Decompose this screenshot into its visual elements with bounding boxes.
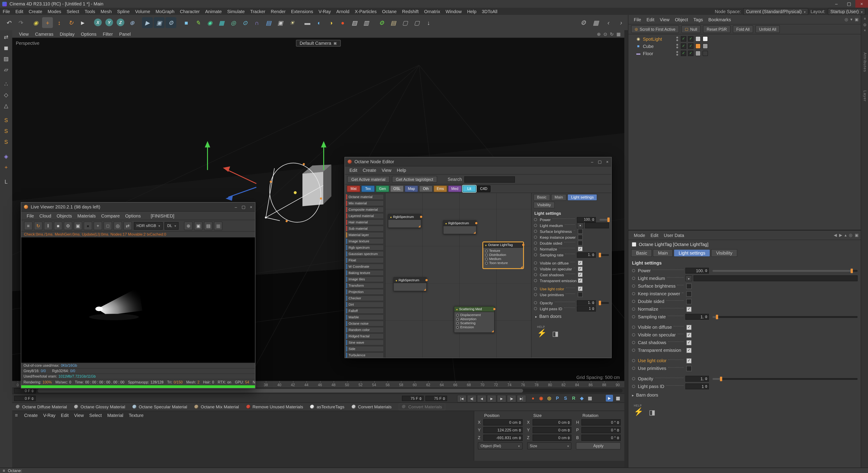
material-menu-item[interactable]: Edit bbox=[58, 413, 71, 418]
play-button[interactable]: ▶ bbox=[487, 395, 496, 403]
content-browser-icon[interactable]: ▤ bbox=[388, 17, 399, 28]
menu-item[interactable]: Tools bbox=[82, 9, 98, 14]
menu-item[interactable]: Ornatrix bbox=[421, 9, 443, 14]
search-icon[interactable]: ◎ bbox=[849, 233, 852, 237]
animation-dot[interactable] bbox=[534, 241, 537, 245]
solo-icon[interactable]: ► bbox=[606, 395, 613, 402]
get-active-material-button[interactable]: Get Active material bbox=[347, 176, 390, 183]
dock-tab[interactable]: Layer bbox=[863, 90, 867, 102]
next-frame-button[interactable]: ▶ bbox=[497, 395, 506, 403]
object-tag[interactable] bbox=[695, 36, 701, 41]
object-name[interactable]: Cube bbox=[643, 43, 675, 49]
checkbox[interactable] bbox=[578, 278, 583, 283]
node-graph-canvas[interactable]: RgbSpectrumRgbSpectrumOctane LightTagTex… bbox=[385, 193, 531, 358]
render-check[interactable] bbox=[688, 36, 693, 41]
slider-knob[interactable] bbox=[608, 217, 610, 222]
checkbox[interactable] bbox=[578, 272, 583, 277]
attr-menu-item[interactable]: Edit bbox=[648, 233, 661, 238]
camera-icon[interactable]: ▣ bbox=[275, 17, 286, 28]
record-pla-icon[interactable]: ▦ bbox=[586, 395, 594, 402]
coordinate-field[interactable]: -691.831 cm bbox=[483, 435, 522, 441]
menu-item[interactable]: Octane bbox=[379, 9, 399, 14]
coordinate-field[interactable]: 0 ° bbox=[582, 427, 621, 433]
stage-icon[interactable]: ▥ bbox=[361, 17, 372, 28]
animation-dot[interactable] bbox=[632, 285, 635, 288]
undo-icon[interactable]: ↶ bbox=[3, 17, 14, 28]
zoom-view-icon[interactable]: ⊙ bbox=[603, 31, 608, 36]
autokeying-icon[interactable]: ◉ bbox=[537, 395, 545, 402]
lv-menu-icon[interactable]: ≡ bbox=[24, 221, 33, 230]
viewport-menu-item[interactable]: Display bbox=[57, 31, 78, 36]
search-input[interactable] bbox=[464, 176, 515, 182]
checkbox[interactable] bbox=[578, 246, 583, 252]
animation-dot[interactable] bbox=[632, 300, 635, 303]
value-field[interactable]: 100. bbox=[577, 217, 596, 222]
attribute-tab[interactable]: Light settings bbox=[567, 194, 597, 201]
node-type-item[interactable]: Gaussian spectrum bbox=[346, 251, 384, 257]
node-type-item[interactable]: Projection bbox=[346, 289, 384, 295]
slider[interactable] bbox=[712, 378, 858, 380]
prev-key-button[interactable]: ◀| bbox=[467, 395, 476, 403]
node-type-item[interactable]: Image texture bbox=[346, 238, 384, 244]
node-output-pin[interactable] bbox=[522, 244, 524, 246]
viewport-name-label[interactable]: Perspective bbox=[16, 41, 39, 46]
compositing-icon[interactable]: ▨ bbox=[349, 17, 360, 28]
apply-button[interactable]: Apply bbox=[576, 442, 621, 449]
node-category-tab[interactable]: Ems bbox=[434, 185, 447, 192]
last-tool-icon[interactable]: ► bbox=[77, 17, 88, 28]
animation-dot[interactable] bbox=[534, 273, 537, 276]
menu-item[interactable]: Window bbox=[443, 9, 464, 14]
animation-dot[interactable] bbox=[632, 326, 635, 329]
lv-menu-item[interactable]: Objects bbox=[54, 213, 75, 218]
slider-knob[interactable] bbox=[850, 268, 853, 273]
render-picture-viewer-icon[interactable]: ▣ bbox=[154, 17, 164, 28]
object-rel-select[interactable]: Object (Rel) bbox=[478, 442, 522, 449]
object-row[interactable]: ■ Cube bbox=[628, 42, 861, 50]
close-button[interactable]: × bbox=[855, 0, 868, 8]
node-rgbspectrum[interactable]: RgbSpectrum bbox=[388, 214, 421, 228]
window-titlebar[interactable]: Live Viewer 2020.2.1 (98 days left) – ▢ … bbox=[21, 203, 255, 212]
collapse-arrow-icon[interactable] bbox=[632, 392, 634, 397]
node-resize-handle[interactable] bbox=[521, 265, 523, 268]
animation-dot[interactable] bbox=[632, 385, 635, 388]
keyframe-selection-icon[interactable]: ◎ bbox=[546, 395, 553, 402]
convert-materials-disabled-button[interactable]: Convert Materials bbox=[399, 403, 445, 410]
model-mode-icon[interactable]: ◼ bbox=[1, 43, 11, 53]
coordinate-field[interactable]: 0 cm bbox=[532, 419, 571, 425]
om-menu-item[interactable]: Object bbox=[672, 17, 691, 22]
node-type-item[interactable]: Rgb spectrum bbox=[346, 245, 384, 250]
lock-resolution-icon[interactable]: ▣ bbox=[74, 221, 82, 230]
asset-download-icon[interactable]: ↓ bbox=[423, 17, 434, 28]
layout-switch-icon[interactable]: ▦ bbox=[590, 17, 601, 28]
barn-doors-group[interactable]: Barn doors bbox=[532, 312, 611, 321]
camera-label[interactable]: Default Camera▣ bbox=[296, 40, 340, 47]
object-row[interactable]: ▬ Floor bbox=[628, 50, 861, 57]
menu-item[interactable]: Volume bbox=[132, 9, 153, 14]
node-input-pin[interactable]: Scattering bbox=[456, 321, 492, 325]
menu-item[interactable]: Simulate bbox=[224, 9, 248, 14]
remove-unused-materials-button[interactable]: Remove Unused Materials bbox=[246, 404, 303, 409]
simulate-icon[interactable]: ⊙ bbox=[240, 17, 250, 28]
slider[interactable] bbox=[712, 270, 858, 271]
animation-dot[interactable] bbox=[534, 287, 537, 290]
record-parameter-icon[interactable]: ◆ bbox=[578, 395, 585, 402]
node-type-item[interactable]: Falloff bbox=[346, 308, 384, 314]
axis-modification-icon[interactable]: + bbox=[1, 162, 11, 172]
menu-item[interactable]: 3DToAll bbox=[479, 9, 500, 14]
menu-item[interactable]: File bbox=[0, 9, 13, 14]
material-menu-item[interactable]: V-Ray bbox=[40, 413, 58, 418]
lock-icon[interactable]: ▣ bbox=[855, 233, 859, 237]
minimize-button[interactable]: – bbox=[235, 205, 237, 209]
coordinate-system-icon[interactable]: ⊕ bbox=[127, 17, 137, 28]
node-input-pin[interactable]: Toon texture bbox=[485, 261, 521, 265]
polygons-mode-icon[interactable]: △ bbox=[1, 101, 11, 111]
y-axis-lock-icon[interactable]: Y bbox=[104, 17, 114, 28]
close-button[interactable]: × bbox=[250, 205, 252, 209]
material-ball-icon[interactable]: ● bbox=[84, 221, 92, 230]
slider[interactable] bbox=[599, 219, 609, 220]
points-mode-icon[interactable]: ∴ bbox=[1, 79, 11, 89]
menu-item[interactable]: Modes bbox=[45, 9, 64, 14]
node-output-pin[interactable] bbox=[426, 279, 428, 281]
spinner[interactable] bbox=[442, 397, 445, 400]
menu-item[interactable]: Redshift bbox=[399, 9, 421, 14]
